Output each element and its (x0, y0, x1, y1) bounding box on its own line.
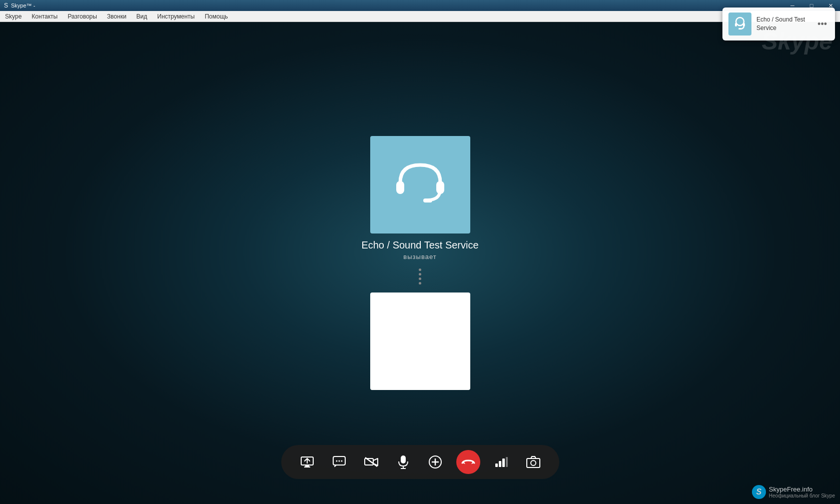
menu-item-skype[interactable]: Skype (0, 12, 27, 21)
svg-point-13 (338, 460, 340, 462)
headset-icon (390, 155, 450, 215)
svg-rect-27 (527, 458, 540, 468)
screen-share-button[interactable] (296, 451, 318, 473)
skypefree-icon: S (752, 485, 766, 499)
skypefree-text: SkypeFree.info Неофициальный блог Skype (769, 486, 835, 498)
menubar: Skype Контакты Разговоры Звонки Вид Инст… (0, 11, 840, 22)
camera-toggle-button[interactable] (522, 451, 544, 473)
notif-contact-name: Echo / Sound Test Service (756, 16, 810, 32)
menu-item-calls[interactable]: Звонки (102, 12, 132, 21)
svg-rect-3 (738, 28, 741, 30)
dots-separator (419, 268, 421, 284)
svg-rect-15 (365, 458, 373, 465)
calling-status: вызывает (403, 253, 436, 260)
notif-more-button[interactable]: ••• (815, 19, 829, 30)
end-call-icon (461, 457, 476, 467)
contact-avatar (370, 136, 470, 234)
video-toggle-button[interactable] (360, 451, 382, 473)
dot-4 (419, 282, 421, 284)
notif-headset-icon (732, 16, 748, 32)
menu-item-conversations[interactable]: Разговоры (63, 12, 102, 21)
menu-item-view[interactable]: Вид (132, 12, 153, 21)
svg-rect-17 (401, 456, 406, 464)
end-call-button[interactable] (456, 450, 480, 474)
svg-rect-26 (506, 457, 508, 467)
svg-rect-6 (423, 198, 432, 202)
svg-rect-8 (305, 466, 309, 466)
add-button[interactable] (424, 451, 446, 473)
main-content: Echo / Sound Test Service вызывает (0, 22, 840, 504)
add-icon (429, 456, 442, 468)
camera-icon (526, 456, 540, 468)
svg-point-28 (531, 460, 536, 466)
mute-button[interactable] (392, 451, 414, 473)
svg-point-12 (336, 460, 337, 462)
notif-avatar (728, 12, 751, 36)
menu-item-help[interactable]: Помощь (200, 12, 233, 21)
titlebar-title: Skype™ - (11, 2, 35, 8)
screen-share-icon (301, 456, 314, 468)
call-toolbar (281, 445, 559, 479)
signal-button[interactable] (490, 451, 512, 473)
video-icon (364, 456, 378, 468)
notification-panel: Echo / Sound Test Service ••• (722, 8, 835, 40)
dot-1 (419, 268, 421, 271)
dot-2 (419, 273, 421, 276)
contact-name: Echo / Sound Test Service (361, 240, 478, 251)
svg-rect-1 (735, 23, 737, 26)
svg-rect-23 (495, 464, 498, 467)
chat-button[interactable] (328, 451, 350, 473)
skypefree-subtext: Неофициальный блог Skype (769, 493, 835, 498)
chat-icon (333, 456, 346, 468)
self-video-preview (370, 292, 470, 390)
svg-rect-24 (499, 461, 501, 467)
svg-rect-25 (502, 458, 505, 467)
signal-icon (495, 456, 508, 468)
titlebar: S Skype™ - ─ □ ✕ (0, 0, 840, 11)
microphone-icon (398, 455, 409, 469)
menu-item-tools[interactable]: Инструменты (152, 12, 200, 21)
titlebar-left: S Skype™ - (0, 2, 35, 9)
skypefree-name: SkypeFree.info (769, 486, 835, 493)
svg-point-0 (736, 18, 744, 26)
app-icon: S (4, 2, 8, 9)
dot-3 (419, 278, 421, 280)
skypefree-watermark: S SkypeFree.info Неофициальный блог Skyp… (752, 485, 835, 499)
menu-item-contacts[interactable]: Контакты (27, 12, 63, 21)
svg-rect-9 (304, 466, 310, 468)
svg-rect-4 (396, 181, 404, 194)
svg-point-14 (341, 460, 342, 462)
